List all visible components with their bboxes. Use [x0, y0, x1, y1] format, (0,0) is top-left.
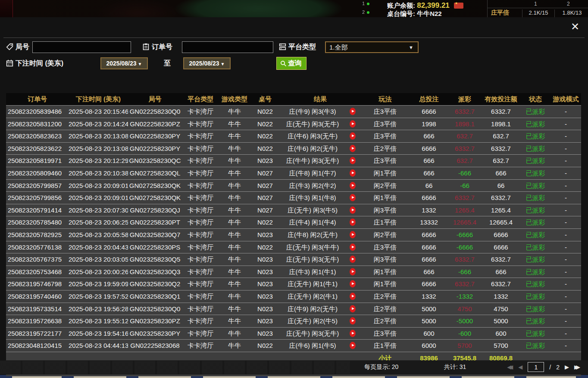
- cell-bet-time: 2025-08-23 19:59:09: [69, 278, 128, 290]
- cell-game-mode: -: [550, 266, 581, 278]
- play-icon[interactable]: [350, 206, 356, 214]
- cell-replay: [345, 315, 360, 327]
- table-row[interactable]: 250823205823623 2025-08-23 20:13:08 GN02…: [6, 130, 581, 142]
- cell-result: 庄(牛8) 闲2(无牛): [280, 229, 345, 241]
- table-row[interactable]: 250823205782925 2025-08-23 20:05:58 GN02…: [6, 228, 581, 241]
- cell-total-bet: 6666: [410, 143, 448, 155]
- table-row[interactable]: 250823205799856 2025-08-23 20:09:01 GN02…: [6, 191, 581, 204]
- cell-replay: [345, 328, 360, 340]
- cell-round-id: GN022258230PY: [128, 130, 182, 142]
- cell-bet-time: 2025-08-23 19:56:28: [69, 303, 128, 315]
- cell-order-id: 250823195740460: [6, 291, 69, 303]
- table-row[interactable]: 250823205823622 2025-08-23 20:13:08 GN02…: [6, 142, 581, 155]
- cell-game-type: 牛牛: [219, 192, 250, 204]
- table-row[interactable]: 250823205776138 2025-08-23 20:04:43 GN02…: [6, 241, 581, 253]
- cell-platform: 卡卡湾厅: [182, 291, 219, 303]
- play-icon[interactable]: [350, 157, 356, 164]
- table-row[interactable]: 250823205819971 2025-08-23 20:12:29 GN02…: [6, 154, 581, 167]
- table-row[interactable]: 250823195746798 2025-08-23 19:59:09 GN02…: [6, 278, 581, 290]
- cell-game-type: 牛牛: [219, 278, 250, 290]
- play-icon[interactable]: [350, 108, 356, 115]
- play-icon[interactable]: [350, 219, 356, 226]
- table-row[interactable]: 250823205785480 2025-08-23 20:06:25 GN02…: [6, 216, 581, 228]
- cell-payout: -1332: [448, 291, 482, 303]
- play-icon[interactable]: [350, 231, 356, 238]
- close-icon[interactable]: ✕: [569, 21, 581, 33]
- cell-replay: [345, 118, 360, 130]
- platform-select[interactable]: 1.全部 ▼: [325, 41, 419, 53]
- cell-platform: 卡卡湾厅: [182, 253, 219, 266]
- play-icon[interactable]: [350, 268, 356, 275]
- cell-result: 庄(无牛) 闲2(牛5): [280, 315, 345, 327]
- table-row[interactable]: 250823205799857 2025-08-23 20:09:01 GN02…: [6, 179, 581, 192]
- table-row[interactable]: 250823048120415 2025-08-23 04:44:13 GN02…: [6, 339, 581, 352]
- cell-order-id: 250823195722177: [6, 328, 69, 340]
- table-row[interactable]: 250823205839486 2025-08-23 20:15:46 GN02…: [6, 105, 581, 118]
- tag-icon: [6, 43, 13, 52]
- play-icon[interactable]: [350, 145, 356, 152]
- play-icon[interactable]: [350, 317, 356, 325]
- order-input[interactable]: [182, 41, 273, 53]
- cell-total-bet: 1332: [410, 291, 448, 303]
- prev-page-icon[interactable]: ◀: [518, 364, 522, 370]
- cell-platform: 卡卡湾厅: [182, 229, 219, 241]
- play-icon[interactable]: [350, 293, 356, 300]
- order-label: 订单号: [142, 43, 172, 52]
- cell-table-no: N023: [250, 278, 280, 290]
- last-page-icon[interactable]: ▶▶: [574, 364, 580, 370]
- cell-status: 已派彩: [520, 266, 550, 278]
- table-row[interactable]: 250823205767375 2025-08-23 20:03:05 GN02…: [6, 253, 581, 266]
- play-icon[interactable]: [350, 120, 356, 128]
- cell-valid-bet: 1265.4: [482, 204, 520, 216]
- first-page-icon[interactable]: ◀◀: [507, 364, 513, 370]
- play-icon[interactable]: [350, 194, 356, 201]
- cell-replay: [345, 266, 360, 278]
- table-row[interactable]: 250823205809460 2025-08-23 20:10:38 GN02…: [6, 167, 581, 179]
- header-platform: 平台类型: [182, 93, 219, 105]
- cell-result: 庄(无牛) 闲3(无牛): [280, 118, 345, 130]
- table-row[interactable]: 250823195722177 2025-08-23 19:54:16 GN02…: [6, 327, 581, 340]
- table-row[interactable]: 250823195726638 2025-08-23 19:55:12 GN02…: [6, 315, 581, 327]
- cell-replay: [345, 106, 360, 118]
- next-page-icon[interactable]: ▶: [565, 364, 569, 370]
- cell-replay: [345, 229, 360, 241]
- cell-status: 已派彩: [520, 229, 550, 241]
- play-icon[interactable]: [350, 305, 356, 312]
- play-icon[interactable]: [350, 132, 356, 140]
- table-row[interactable]: 250823195733514 2025-08-23 19:56:28 GN02…: [6, 303, 581, 315]
- record-total-text: 共计: 31: [444, 363, 466, 371]
- cell-play-type: 闲2平倍: [360, 229, 410, 241]
- cell-round-id: GN023258230Q7: [128, 229, 182, 241]
- cell-platform: 卡卡湾厅: [182, 155, 219, 167]
- play-icon[interactable]: [350, 256, 356, 263]
- cell-order-id: 250823205782925: [6, 229, 69, 241]
- table-row[interactable]: 250823205791414 2025-08-23 20:07:30 GN02…: [6, 204, 581, 216]
- page-input[interactable]: [528, 362, 544, 372]
- odds-col-1: 1: [534, 1, 537, 7]
- cell-table-no: N023: [250, 291, 280, 303]
- cell-payout: 632.7: [448, 155, 482, 167]
- game-hud: 1 2 账户余额: 82,399.21 桌台编号: 牛牛N22 1 2 庄平倍 …: [358, 0, 588, 17]
- table-row[interactable]: 250823195740460 2025-08-23 19:57:52 GN02…: [6, 290, 581, 303]
- play-icon[interactable]: [350, 169, 356, 177]
- search-button[interactable]: 查询: [276, 57, 307, 70]
- cell-bet-time: 2025-08-23 20:10:38: [69, 167, 128, 179]
- table-row[interactable]: 250823205753468 2025-08-23 20:00:26 GN02…: [6, 266, 581, 278]
- odds-label: 庄平倍: [491, 9, 509, 17]
- play-icon[interactable]: [350, 342, 356, 349]
- cell-payout: 1898.1: [448, 118, 482, 130]
- cell-platform: 卡卡湾厅: [182, 340, 219, 352]
- play-icon[interactable]: [350, 280, 356, 287]
- play-icon[interactable]: [350, 330, 356, 337]
- cell-table-no: N027: [250, 192, 280, 204]
- date-to-picker[interactable]: 2025/08/23▼: [183, 57, 231, 69]
- date-from-picker[interactable]: 2025/08/23▼: [100, 57, 148, 69]
- online-dot-icon: [367, 11, 369, 14]
- cell-table-no: N023: [250, 328, 280, 340]
- play-icon[interactable]: [350, 244, 356, 251]
- table-row[interactable]: 250823205831200 2025-08-23 20:14:24 GN02…: [6, 118, 581, 130]
- cell-total-bet: 1998: [410, 118, 448, 130]
- cell-platform: 卡卡湾厅: [182, 130, 219, 142]
- play-icon[interactable]: [350, 182, 356, 189]
- round-input[interactable]: [32, 41, 131, 53]
